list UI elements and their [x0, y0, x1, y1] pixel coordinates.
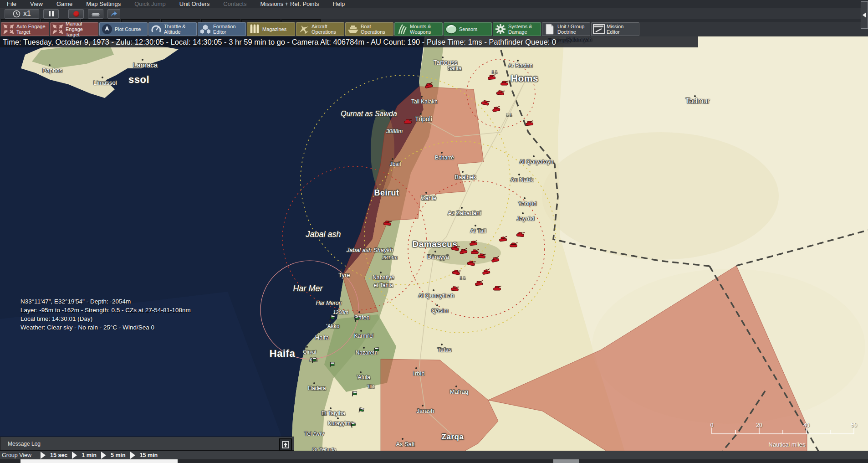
map-label-al-qaryatayn: Al Qaryatayn: [519, 158, 553, 165]
map-label-ssol: ssol: [128, 74, 149, 86]
menu-item-missions-ref-points[interactable]: Missions + Ref. Points: [254, 0, 326, 8]
aircraft-icon: [298, 23, 310, 35]
hostile-ground-unit-icon[interactable]: [525, 119, 535, 128]
systems-damage-button[interactable]: Systems &Damage: [493, 22, 541, 36]
friendly-ground-unit-icon[interactable]: [329, 361, 335, 370]
status-bar: Time: Tuesday, October 9, 1973 - Zulu: 1…: [0, 36, 698, 47]
mission-editor-button[interactable]: MissionEditor: [591, 22, 639, 36]
map-label-1-1: 1 1: [460, 276, 466, 280]
scrollbar-thumb[interactable]: [20, 459, 178, 463]
toolbar-button-label: Plot Course: [115, 26, 141, 32]
map-label-karmi-el: Karmi'el: [354, 333, 374, 339]
hostile-ground-unit-icon[interactable]: [450, 284, 460, 293]
town-dot: [522, 212, 524, 214]
tactical-map[interactable]: [0, 0, 868, 463]
hostile-ground-unit-icon[interactable]: [404, 118, 413, 126]
hostile-ground-unit-icon[interactable]: [491, 104, 501, 114]
cursor-info-overlay: N33°11'47", E32°19'54" - Depth: -2054mLa…: [20, 297, 191, 332]
map-label-bcharr-: Bcharré: [435, 154, 454, 161]
town-dot: [461, 207, 463, 209]
friendly-ground-unit-icon[interactable]: [373, 346, 380, 355]
map-label-jbail: Jbail: [390, 161, 401, 167]
friendly-ground-unit-icon[interactable]: [351, 390, 357, 399]
menu-item-map-settings[interactable]: Map Settings: [79, 0, 128, 8]
hostile-ground-unit-icon[interactable]: [459, 247, 469, 257]
map-label-mafraq: Mafraq: [450, 388, 468, 395]
formation-editor-button[interactable]: FormationEditor: [198, 22, 246, 36]
toolbar-collapse-button[interactable]: [861, 1, 868, 29]
plot-course-button[interactable]: Plot Course: [99, 22, 148, 36]
mission-icon: [593, 23, 605, 35]
message-log-expand-button[interactable]: [279, 438, 292, 451]
jump-arrow-icon: [110, 10, 117, 17]
scale-tick-label: 40: [803, 422, 809, 428]
hostile-ground-unit-icon[interactable]: [500, 79, 509, 87]
scrollbar-block[interactable]: [553, 459, 579, 463]
toolbar-button-label: Systems &Damage: [508, 24, 532, 35]
record-button[interactable]: [68, 9, 84, 19]
menu-item-game[interactable]: Game: [50, 0, 79, 8]
map-layers-button[interactable]: [88, 9, 103, 19]
town-dot: [49, 64, 51, 66]
main-toolbar: Auto EngageTargetManualEngage TargetPlot…: [0, 22, 868, 36]
hostile-ground-unit-icon[interactable]: [469, 239, 479, 248]
hostile-ground-unit-icon[interactable]: [475, 279, 484, 288]
hostile-ground-unit-icon[interactable]: [510, 241, 518, 249]
town-dot: [102, 77, 103, 78]
map-label-tafas: Tafas: [437, 346, 451, 353]
boat-operations-button[interactable]: BoatOperations: [345, 22, 393, 36]
manual-engage-target-button[interactable]: ManualEngage Target: [50, 22, 98, 36]
map-label-tel-aviv: Tel Aviv: [304, 430, 324, 437]
town-dot: [533, 155, 535, 157]
menu-item-quick-jump: Quick Jump: [128, 0, 173, 8]
message-log-panel[interactable]: Message Log: [0, 437, 294, 451]
menu-item-view[interactable]: View: [23, 0, 50, 8]
pause-button[interactable]: [43, 9, 59, 19]
sensors-button[interactable]: Sensors: [444, 22, 492, 36]
time-step-button-5-min[interactable]: 5 min: [111, 452, 126, 458]
hostile-ground-unit-icon[interactable]: [493, 284, 502, 293]
town-dot: [462, 171, 464, 173]
hostile-ground-unit-icon[interactable]: [499, 235, 508, 244]
menu-item-file[interactable]: File: [0, 0, 23, 8]
unit-group-doctrine-button[interactable]: Unit / GroupDoctrine: [542, 22, 590, 36]
town-dot: [455, 386, 457, 387]
map-label-al-qunaytirah: Al Qunaytirah: [419, 292, 454, 299]
time-step-button-15-min[interactable]: 15 min: [140, 452, 158, 458]
hostile-ground-unit-icon[interactable]: [477, 252, 487, 261]
sim-speed-button[interactable]: x1: [5, 9, 39, 19]
hostile-ground-unit-icon[interactable]: [451, 268, 461, 278]
hostile-ground-unit-icon[interactable]: [480, 98, 490, 108]
aircraft-operations-button[interactable]: AircraftOperations: [296, 22, 344, 36]
mounts-weapons-button[interactable]: Mounts &Weapons: [394, 22, 443, 36]
town-dot: [421, 96, 423, 98]
hostile-ground-unit-icon[interactable]: [466, 258, 476, 268]
hostile-ground-unit-icon[interactable]: [481, 267, 491, 277]
hostile-ground-unit-icon[interactable]: [516, 230, 526, 239]
hostile-ground-unit-icon[interactable]: [490, 255, 500, 265]
hostile-ground-unit-icon[interactable]: [496, 88, 505, 98]
time-step-button-15-sec[interactable]: 15 sec: [50, 452, 67, 458]
map-label-et-taiyiba: Et Taiyiba: [322, 410, 345, 417]
throttle-altitude-button[interactable]: Throttle &Altitude: [148, 22, 197, 36]
magazines-button[interactable]: Magazines: [247, 22, 295, 36]
toolbar-button-label: MissionEditor: [607, 24, 623, 35]
map-label--afula: 'Afula: [357, 374, 370, 381]
town-dot: [363, 347, 365, 349]
hostile-ground-unit-icon[interactable]: [487, 73, 497, 82]
hostile-ground-unit-icon[interactable]: [383, 219, 393, 228]
hostile-ground-unit-icon[interactable]: [424, 81, 434, 91]
map-label-tall-kalakh: Tall Kalakh: [411, 98, 438, 105]
map-label--akko: 'Akko: [327, 323, 340, 329]
map-label-1208m: 1208m: [333, 309, 348, 315]
menu-item-unit-orders[interactable]: Unit Orders: [173, 0, 216, 8]
jump-button[interactable]: [107, 9, 120, 19]
town-dot: [337, 417, 339, 419]
horizontal-scrollbar[interactable]: [0, 459, 868, 463]
menu-item-help[interactable]: Help: [326, 0, 352, 8]
friendly-ground-unit-icon[interactable]: [311, 356, 317, 365]
map-label-zarqa: Zarqa: [442, 432, 464, 442]
auto-engage-target-button[interactable]: Auto EngageTarget: [1, 22, 49, 36]
time-step-button-1-min[interactable]: 1 min: [82, 452, 97, 458]
town-dot: [392, 158, 393, 160]
